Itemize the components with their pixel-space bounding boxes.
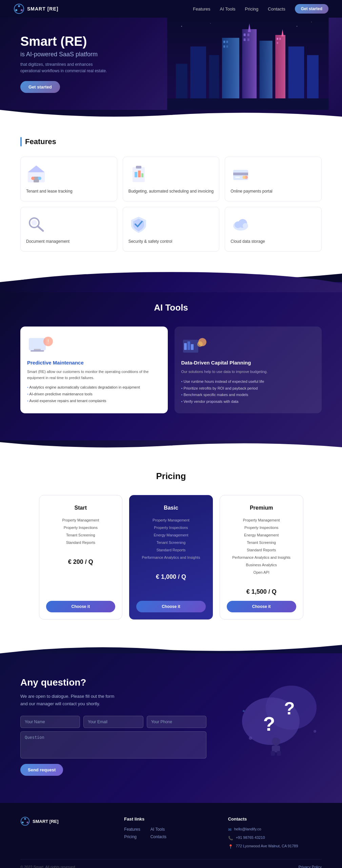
footer-copyright: © 2022 Smart. All rights reserved. xyxy=(20,865,76,868)
pricing-feature-item: Property Inspections xyxy=(232,524,290,531)
svg-rect-39 xyxy=(135,172,137,177)
svg-point-73 xyxy=(249,736,252,740)
ai-card-list-item: Analytics engine automatically calculate… xyxy=(27,384,161,391)
feature-label: Document management xyxy=(26,238,69,244)
nav-links: Features AI Tools Pricing Contacts Get s… xyxy=(193,4,328,14)
contact-name-input[interactable] xyxy=(20,716,80,728)
ai-card-list-item: Avoid expensive repairs and tenant compl… xyxy=(27,398,161,405)
footer-link-col-1: FeaturesPricing xyxy=(124,827,140,839)
footer-contacts-list: ✉hello@landify.co📞+91 98765 43210📍772 Ly… xyxy=(228,827,322,849)
pricing-grid: Start Property ManagementProperty Inspec… xyxy=(39,495,303,619)
feature-icon xyxy=(26,214,46,234)
contact-email-input[interactable] xyxy=(83,716,143,728)
svg-point-2 xyxy=(21,9,23,11)
nav-cta-button[interactable]: Get started xyxy=(295,4,328,14)
contact-submit-button[interactable]: Send request xyxy=(20,764,63,776)
nav-link-contacts[interactable]: Contacts xyxy=(268,6,285,12)
contact-form: Send request xyxy=(20,716,206,776)
svg-rect-72 xyxy=(277,751,281,756)
pricing-feature-item: Property Inspections xyxy=(142,524,200,531)
pricing-features-list: Property ManagementProperty InspectionsE… xyxy=(142,516,200,561)
pricing-feature-item: Performance Analytics and Insights xyxy=(142,554,200,561)
contact-icon: 📍 xyxy=(228,844,233,849)
svg-rect-54 xyxy=(29,338,46,350)
feature-card: Budgeting, automated scheduling and invo… xyxy=(123,157,220,201)
pricing-choose-button[interactable]: Choose it xyxy=(136,601,206,612)
feature-card: Security & safety control xyxy=(123,207,220,252)
contact-left: Any question? We are open to dialogue. P… xyxy=(20,677,206,776)
feature-card: Tenant and lease tracking xyxy=(20,157,117,201)
pricing-feature-item: Property Management xyxy=(62,516,99,524)
pricing-card: Basic Property ManagementProperty Inspec… xyxy=(129,495,213,619)
hero-title: Smart (RE) xyxy=(20,35,322,49)
svg-point-3 xyxy=(15,9,17,11)
contact-question-input[interactable] xyxy=(20,731,206,758)
pricing-plan-name: Basic xyxy=(164,505,178,511)
title-accent xyxy=(20,137,22,146)
svg-rect-60 xyxy=(184,343,187,350)
nav-link-features[interactable]: Features xyxy=(193,6,210,12)
nav-logo: SMART [RE] xyxy=(14,3,58,14)
pricing-section: Pricing Start Property ManagementPropert… xyxy=(0,451,342,643)
footer-contact-item: 📍772 Lyonwood Ave Walnut, CA 91789 xyxy=(228,844,322,849)
svg-marker-33 xyxy=(28,165,45,172)
svg-rect-62 xyxy=(191,344,194,350)
pricing-price: € 200 / Q xyxy=(68,558,93,566)
footer-logo-icon xyxy=(20,816,30,826)
footer-contact-item: 📞+91 98765 43210 xyxy=(228,835,322,841)
footer-brand-col: SMART [RE] xyxy=(20,816,114,849)
ai-card: Data-Driven Capital Planning Our solutio… xyxy=(175,327,322,413)
question-visual: ? ? xyxy=(223,677,318,758)
pricing-card: Start Property ManagementProperty Inspec… xyxy=(39,495,123,619)
svg-point-79 xyxy=(22,822,23,823)
contact-section: Any question? We are open to dialogue. P… xyxy=(0,653,342,803)
footer-contacts-title: Contacts xyxy=(228,816,322,822)
nav-link-pricing[interactable]: Pricing xyxy=(245,6,259,12)
svg-point-64 xyxy=(197,341,203,347)
pricing-feature-item: Performance Analytics and Insights xyxy=(232,554,290,561)
pricing-card: Premium Property ManagementProperty Insp… xyxy=(220,495,303,619)
ai-card-list: Use runtime hours instead of expected us… xyxy=(181,378,315,405)
pricing-plan-name: Start xyxy=(75,505,87,511)
pricing-feature-item: Business Analytics xyxy=(232,561,290,569)
nav-link-ai-tools[interactable]: AI Tools xyxy=(220,6,236,12)
hero-cta-button[interactable]: Get started xyxy=(20,81,60,93)
ai-card-list-item: Use runtime hours instead of expected us… xyxy=(181,378,315,385)
svg-point-77 xyxy=(24,818,26,820)
footer-privacy-link[interactable]: Privacy Policy xyxy=(299,865,322,868)
contact-value: +91 98765 43210 xyxy=(236,835,265,840)
footer-link[interactable]: Pricing xyxy=(124,834,140,839)
footer-link[interactable]: Contacts xyxy=(150,834,166,839)
footer-link[interactable]: Features xyxy=(124,827,140,832)
feature-icon xyxy=(230,214,251,234)
footer: SMART [RE] Fast links FeaturesPricing AI… xyxy=(0,803,342,868)
footer-logo: SMART [RE] xyxy=(20,816,114,826)
pricing-features-list: Property ManagementProperty InspectionsE… xyxy=(232,516,290,576)
svg-rect-34 xyxy=(34,177,39,182)
hero-content: Smart (RE) is AI-powered SaaS platform t… xyxy=(0,18,342,110)
pricing-choose-button[interactable]: Choose it xyxy=(227,601,296,612)
pricing-choose-button[interactable]: Choose it xyxy=(46,601,116,612)
contact-value: 772 Lyonwood Ave Walnut, CA 91789 xyxy=(236,844,298,848)
svg-point-78 xyxy=(26,822,28,823)
pricing-feature-item: Energy Management xyxy=(142,531,200,539)
hero-description: that digitizes, streamlines and enhances… xyxy=(20,61,108,74)
pricing-feature-item: Tenant Screening xyxy=(232,539,290,546)
pricing-feature-item: Open API xyxy=(232,569,290,576)
ai-card: ! Predictive Maintenance Smart (RE) allo… xyxy=(20,327,168,413)
contact-phone-input[interactable] xyxy=(147,716,206,728)
svg-point-1 xyxy=(18,5,20,7)
pricing-features-list: Property ManagementProperty InspectionsT… xyxy=(62,516,99,546)
contact-value: hello@landify.co xyxy=(234,827,261,831)
svg-point-74 xyxy=(314,730,316,733)
ai-card-list-item: Verify vendor proposals with data xyxy=(181,398,315,405)
pricing-feature-item: Tenant Screening xyxy=(142,539,200,546)
svg-point-46 xyxy=(242,176,246,179)
feature-card: Cloud data storage xyxy=(225,207,322,252)
feature-label: Cloud data storage xyxy=(230,238,265,244)
svg-rect-38 xyxy=(136,166,141,169)
footer-link[interactable]: AI Tools xyxy=(150,827,166,832)
svg-point-36 xyxy=(38,177,41,180)
logo-icon xyxy=(14,3,24,14)
footer-logo-text: SMART [RE] xyxy=(33,819,59,824)
